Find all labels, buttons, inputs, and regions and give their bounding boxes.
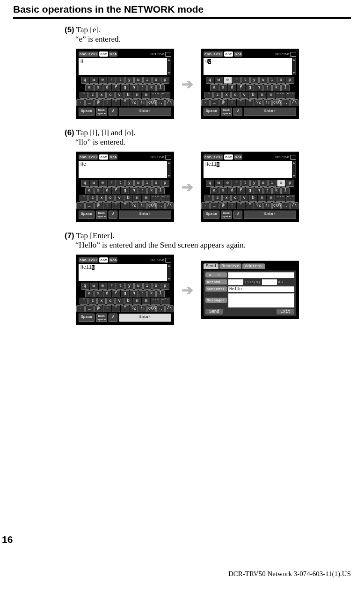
key-q[interactable]: q <box>81 283 89 290</box>
scrollbar[interactable]: ▲▼ <box>167 161 171 178</box>
space-key[interactable]: Space <box>79 314 95 322</box>
key-t[interactable]: t <box>116 180 125 187</box>
key-!¡[interactable]: !¡ <box>263 202 272 209</box>
key-r[interactable]: r <box>108 283 116 290</box>
key-¨˝˚[interactable]: ¨˝˚ <box>161 298 170 305</box>
key--[interactable]: - <box>76 202 85 209</box>
key-k[interactable]: k <box>272 84 281 91</box>
to-field[interactable] <box>228 272 294 278</box>
key-u[interactable]: u <box>259 180 268 187</box>
backspace-key[interactable]: Backspace <box>96 211 107 219</box>
key-a[interactable]: a <box>85 290 94 297</box>
key-z[interactable]: z <box>213 92 222 99</box>
key-y[interactable]: y <box>125 77 134 84</box>
key--[interactable]: - <box>201 202 210 209</box>
return-icon[interactable] <box>165 52 171 57</box>
exit-button[interactable]: Exit <box>277 309 294 314</box>
key-e[interactable]: e <box>224 77 232 84</box>
key-y[interactable]: y <box>250 180 259 187</box>
key-q[interactable]: q <box>206 77 214 84</box>
key-h[interactable]: h <box>255 187 263 194</box>
key-_[interactable]: _ <box>85 99 94 106</box>
key-s[interactable]: s <box>219 84 227 91</box>
abc-tab[interactable]: abc <box>224 51 233 57</box>
key-o[interactable]: o <box>152 283 160 290</box>
key-y[interactable]: y <box>125 283 134 290</box>
key-k[interactable]: k <box>147 84 156 91</box>
key-.,[interactable]: ., <box>156 202 165 209</box>
key-o[interactable]: o <box>277 180 285 187</box>
space-key[interactable]: Space <box>79 211 95 219</box>
key-p[interactable]: p <box>286 180 294 187</box>
case-tab[interactable]: a/A <box>109 51 117 57</box>
key-?¿[interactable]: ?¿ <box>255 202 263 209</box>
tab-send[interactable]: Send <box>204 263 218 269</box>
scrollbar[interactable]: ▲▼ <box>292 58 296 75</box>
key-h[interactable]: h <box>130 84 138 91</box>
key-v[interactable]: v <box>115 298 124 305</box>
key-˜[interactable]: ˜ <box>204 195 213 202</box>
key-˜[interactable]: ˜ <box>80 298 88 305</box>
key-u[interactable]: u <box>259 77 268 84</box>
key-ˆˇ˘[interactable]: ˆˇ˘ <box>151 298 160 305</box>
key-¨˝˚[interactable]: ¨˝˚ <box>286 92 295 99</box>
key-k[interactable]: k <box>272 187 281 194</box>
key-˜[interactable]: ˜ <box>80 195 88 202</box>
key-w[interactable]: w <box>90 77 98 84</box>
key-ˆˇ˘[interactable]: ˆˇ˘ <box>151 195 160 202</box>
key-o[interactable]: o <box>152 77 160 84</box>
scrollbar[interactable]: ▲▼ <box>167 264 171 281</box>
scrollbar[interactable]: ▲▼ <box>292 161 296 178</box>
newline-key[interactable]: ↲ <box>109 211 117 219</box>
key-w[interactable]: w <box>215 180 223 187</box>
key-g[interactable]: g <box>121 187 129 194</box>
key-?¿[interactable]: ?¿ <box>255 99 263 106</box>
key-m[interactable]: m <box>267 195 275 202</box>
key--[interactable]: - <box>201 99 210 106</box>
enter-key[interactable]: Enter <box>119 314 171 322</box>
key-l[interactable]: l <box>156 84 165 91</box>
key-k[interactable]: k <box>147 290 156 297</box>
key-x[interactable]: x <box>222 92 231 99</box>
key-q[interactable]: q <box>81 180 89 187</box>
key-t[interactable]: t <box>116 283 125 290</box>
key-n[interactable]: n <box>133 92 141 99</box>
key-l[interactable]: l <box>281 84 290 91</box>
key-/\[interactable]: /\ <box>165 99 174 106</box>
key-/\[interactable]: /\ <box>290 99 298 106</box>
case-tab[interactable]: a/A <box>234 51 242 57</box>
key-¨˝˚[interactable]: ¨˝˚ <box>161 195 170 202</box>
key-!¡[interactable]: !¡ <box>138 99 147 106</box>
key-¨˝˚[interactable]: ¨˝˚ <box>161 92 170 99</box>
key-b[interactable]: b <box>124 195 132 202</box>
key-e[interactable]: e <box>224 180 232 187</box>
key-?¿[interactable]: ?¿ <box>130 202 138 209</box>
key-j[interactable]: j <box>263 84 272 91</box>
key-d[interactable]: d <box>103 290 111 297</box>
key-p[interactable]: p <box>161 180 169 187</box>
key-n[interactable]: n <box>258 92 266 99</box>
key-a[interactable]: a <box>85 84 94 91</box>
key-'[interactable]: ' <box>112 202 120 209</box>
key-!¡[interactable]: !¡ <box>138 202 147 209</box>
key-b[interactable]: b <box>124 92 132 99</box>
key-p[interactable]: p <box>161 77 169 84</box>
abc-tab[interactable]: abc <box>99 257 108 263</box>
text-input[interactable]: H▲▼ <box>79 58 171 75</box>
abc-tab[interactable]: abc <box>224 154 233 160</box>
key-h[interactable]: h <box>130 187 138 194</box>
key-_[interactable]: _ <box>85 202 94 209</box>
key-z[interactable]: z <box>88 298 97 305</box>
key-w[interactable]: w <box>90 283 98 290</box>
key-'[interactable]: ' <box>112 99 120 106</box>
key--[interactable]: - <box>76 305 85 312</box>
mode-tab[interactable]: abc↔123› <box>79 51 98 57</box>
key-çÇß[interactable]: çÇß <box>272 99 281 106</box>
key-f[interactable]: f <box>112 290 120 297</box>
key-a[interactable]: a <box>85 187 94 194</box>
key-k[interactable]: k <box>147 187 156 194</box>
key-[interactable]: " <box>246 99 254 106</box>
key-s[interactable]: s <box>94 187 102 194</box>
key-[interactable]: " <box>121 202 129 209</box>
abc-tab[interactable]: abc <box>99 154 108 160</box>
